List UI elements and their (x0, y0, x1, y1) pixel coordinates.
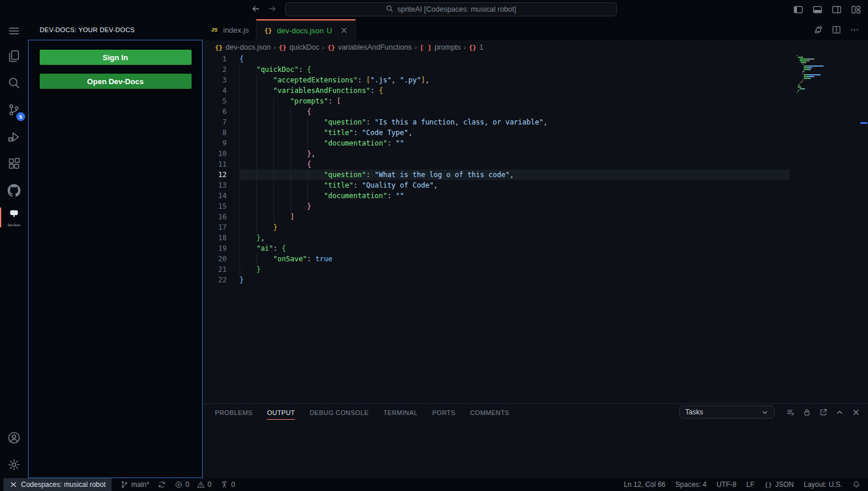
code-line-12[interactable]: 12 "question": "What is the log o of thi… (203, 170, 790, 180)
breadcrumb-item-quickDoc[interactable]: {}quickDoc (279, 43, 320, 51)
panel-tab-ports[interactable]: PORTS (432, 404, 456, 421)
split-editor-button[interactable] (832, 25, 841, 34)
output-channel-select[interactable]: Tasks (679, 406, 775, 419)
status-label: LF (747, 480, 755, 489)
editor[interactable]: 1{2 "quickDoc": {3 "acceptedExtensions":… (203, 54, 868, 403)
customize-layout-button[interactable] (848, 2, 863, 18)
breadcrumb-label: dev-docs.json (225, 43, 270, 51)
code-line-22[interactable]: 22} (203, 275, 790, 285)
breadcrumb-item-dev-docs.json[interactable]: {}dev-docs.json (215, 43, 270, 51)
command-center-search[interactable]: spriteAI [Codespaces: musical robot] (285, 2, 617, 16)
minimap[interactable] (797, 55, 859, 94)
more-actions-button[interactable] (850, 25, 859, 34)
indent-guide (239, 127, 240, 138)
code-line-18[interactable]: 18 }, (203, 233, 790, 243)
breadcrumb-item-1[interactable]: {}1 (468, 43, 483, 51)
token: ] (290, 213, 294, 221)
tab-index.js[interactable]: JSindex.js (203, 19, 256, 40)
settings-gear-button[interactable] (0, 451, 28, 478)
code-line-16[interactable]: 16 ] (203, 212, 790, 222)
indent-guide (307, 117, 308, 127)
code-line-21[interactable]: 21 } (203, 264, 790, 275)
status-git-branch[interactable]: main* (120, 480, 150, 489)
status-bar-left: Codespaces: musical robotmain*000 (0, 478, 235, 491)
panel-tab-terminal[interactable]: TERMINAL (383, 404, 418, 421)
open-output-in-editor-button[interactable] (819, 408, 828, 417)
status-keyboard-layout[interactable]: Layout: U.S. (804, 480, 842, 489)
extensions-button[interactable] (0, 150, 28, 177)
status-notifications[interactable] (852, 480, 860, 489)
close-tab-button[interactable] (340, 26, 348, 34)
search-button[interactable] (0, 70, 28, 96)
code-line-13[interactable]: 13 "title": "Quality of Code", (203, 180, 790, 191)
token: : (366, 118, 374, 126)
braces-red-icon: {} (327, 43, 335, 51)
accounts-button[interactable] (0, 424, 28, 451)
panel-tab-output[interactable]: OUTPUT (267, 404, 295, 421)
indent-spaces (239, 65, 256, 74)
indent-guide (239, 159, 240, 170)
status-problems[interactable]: 00 (175, 480, 211, 489)
brackets-red-icon: [ ] (420, 43, 432, 51)
token: , (408, 129, 412, 137)
clear-output-button[interactable] (786, 408, 795, 417)
code-line-14[interactable]: 14 "documentation": "" (203, 191, 790, 201)
code-line-4[interactable]: 4 "variablesAndFunctions": { (203, 85, 790, 96)
compare-changes-button[interactable] (814, 25, 823, 34)
toggle-primary-sidebar-button[interactable] (790, 2, 805, 18)
source-control-button[interactable]: 5 (0, 96, 28, 123)
code-line-1[interactable]: 1{ (203, 54, 790, 64)
indent-guide (256, 159, 257, 170)
code-line-6[interactable]: 6 { (203, 106, 790, 117)
token: , (425, 76, 429, 84)
status-encoding[interactable]: UTF-8 (717, 480, 737, 489)
github-button[interactable] (0, 177, 28, 204)
status-sync-changes[interactable] (158, 480, 166, 489)
explorer-button[interactable] (0, 43, 28, 70)
code-text: "ai": { (239, 243, 286, 254)
open-dev-docs-button[interactable]: Open Dev-Docs (40, 74, 192, 89)
status-indentation[interactable]: Spaces: 4 (675, 480, 706, 489)
code-line-15[interactable]: 15 } (203, 201, 790, 212)
toggle-panel-button[interactable] (810, 2, 825, 18)
compare-changes-icon (814, 25, 823, 34)
line-number: 10 (203, 148, 239, 159)
tab-dev-docs.json[interactable]: {}dev-docs.jsonU (256, 19, 356, 40)
close-panel-button[interactable] (852, 408, 860, 417)
code-line-10[interactable]: 10 }, (203, 148, 790, 159)
code-line-9[interactable]: 9 "documentation": "" (203, 138, 790, 148)
code-line-5[interactable]: 5 "prompts": [ (203, 96, 790, 106)
code-line-7[interactable]: 7 "question": "Is this a function, class… (203, 117, 790, 127)
code-line-8[interactable]: 8 "title": "Code Type", (203, 127, 790, 138)
warning-icon (197, 480, 205, 489)
status-forwarded-ports[interactable]: 0 (220, 480, 235, 489)
git-branch-icon (120, 480, 129, 489)
menu-button[interactable] (0, 19, 28, 43)
code-line-2[interactable]: 2 "quickDoc": { (203, 64, 790, 75)
run-and-debug-button[interactable] (0, 123, 28, 150)
toggle-secondary-sidebar-button[interactable] (829, 2, 844, 18)
code-line-11[interactable]: 11 { (203, 159, 790, 170)
status-label: Spaces: 4 (675, 480, 706, 489)
dev-docs-button[interactable]: Dev-Docs (0, 204, 28, 231)
forward-button[interactable] (268, 4, 277, 16)
breadcrumb-item-prompts[interactable]: [ ]prompts (420, 43, 461, 51)
code-line-17[interactable]: 17 } (203, 222, 790, 233)
status-remote-indicator[interactable]: Codespaces: musical robot (4, 478, 112, 491)
code-line-19[interactable]: 19 "ai": { (203, 243, 790, 254)
status-cursor-position[interactable]: Ln 12, Col 66 (624, 480, 665, 489)
code-line-3[interactable]: 3 "acceptedExtensions": [".js", ".py"], (203, 75, 790, 85)
sign-in-button[interactable]: Sign In (40, 50, 192, 65)
back-button[interactable] (251, 4, 261, 16)
maximize-panel-button[interactable] (835, 408, 844, 417)
panel-tab-debug-console[interactable]: DEBUG CONSOLE (310, 404, 369, 421)
breadcrumb-item-variablesAndFunctions[interactable]: {}variablesAndFunctions (327, 43, 412, 51)
panel-tab-comments[interactable]: COMMENTS (470, 404, 509, 421)
panel-tab-problems[interactable]: PROBLEMS (215, 404, 252, 421)
indent-guide (273, 191, 274, 201)
status-language-mode[interactable]: {}JSON (765, 480, 794, 489)
status-eol-sequence[interactable]: LF (747, 480, 755, 489)
lock-button[interactable] (803, 408, 811, 417)
workbench: 5Dev-Docs DEV-DOCS: YOUR DEV-DOCS Sign I… (0, 19, 868, 478)
code-line-20[interactable]: 20 "onSave": true (203, 254, 790, 264)
